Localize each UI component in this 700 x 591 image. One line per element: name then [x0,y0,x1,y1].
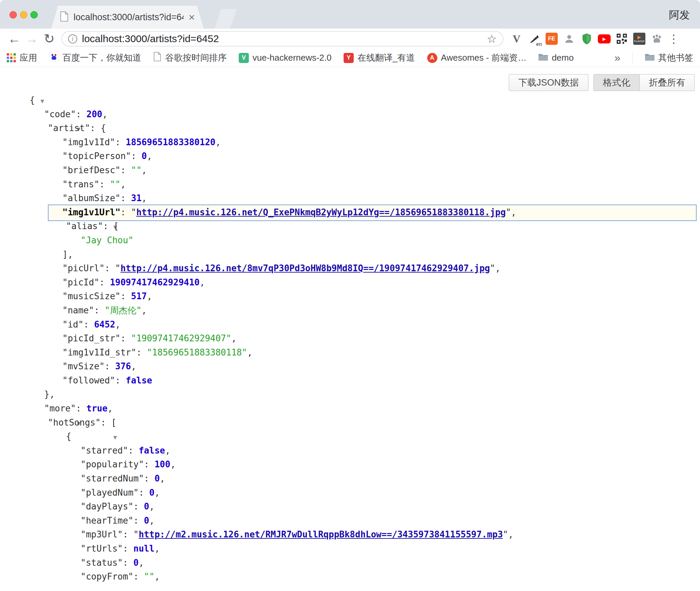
close-window-button[interactable] [9,11,17,19]
format-button[interactable]: 格式化 [593,74,640,91]
download-json-button[interactable]: 下载JSON数据 [509,74,588,91]
json-line: "mp3Url": "http://m2.music.126.net/RMJR7… [0,528,700,542]
json-token: "popularity" [81,459,144,469]
json-token: : [120,333,131,343]
json-token: , [142,193,147,203]
json-token: : [134,501,144,511]
json-line: "picUrl": "http://p4.music.126.net/8mv7q… [0,261,700,276]
json-token: "" [110,179,120,189]
json-token: false [139,445,165,456]
fe-extension-icon[interactable]: FE [545,32,558,45]
collapse-all-button[interactable]: 折叠所有 [640,74,695,91]
tab-close-icon[interactable]: × [188,12,195,23]
bookmark-google-sort[interactable]: 谷歌按时间排序 [153,52,227,64]
json-token: "" [144,571,154,582]
json-line: ▼{ [0,430,700,444]
json-line: ▼"hotSongs": [ [0,416,700,430]
json-token: "copyFrom" [81,571,134,582]
json-token: : [120,291,131,301]
json-token: "mvSize" [62,361,105,371]
json-token: : [131,151,142,161]
youtube-extension-icon[interactable]: ▶ [598,32,611,45]
json-token: "18569651883380118" [147,347,247,357]
json-token: 31 [131,193,142,203]
forward-icon[interactable]: → [23,32,40,45]
bookmark-youdao[interactable]: Y 在线翻译_有道 [344,52,415,64]
player-extension-icon[interactable]: ▶ PLAYER [633,32,646,45]
browser-tab[interactable]: localhost:3000/artists?id=645 × [51,6,204,29]
bookmark-baidu[interactable]: 百度一下，你就知道 [49,52,141,64]
minimize-window-button[interactable] [20,11,27,19]
json-token: "Jay Chou" [81,235,134,245]
json-line: "status": 0, [0,556,700,570]
json-link[interactable]: http://p4.music.126.net/Q_ExePNkmqB2yWyL… [136,207,506,217]
json-token: : [123,529,133,539]
json-token: , [160,473,165,484]
json-token: : [94,305,105,315]
json-token: false [126,375,152,385]
json-line: "popularity": 100, [0,458,700,472]
tab-title: localhost:3000/artists?id=645 [74,12,184,23]
json-token: "hotSongs" [48,417,101,428]
address-bar[interactable]: i localhost:3000/artists?id=6452 ☆ [61,31,503,46]
json-token: "dayPlays" [81,501,134,511]
json-viewer-actions: 下载JSON数据 格式化 折叠所有 [509,74,695,91]
bookmark-awesomes[interactable]: A Awesomes - 前端资… [427,52,527,64]
qrcode-extension-icon[interactable] [615,32,628,45]
reload-icon[interactable]: ↻ [40,32,58,45]
zoom-window-button[interactable] [30,11,38,19]
json-token: "albumSize" [62,193,120,203]
url-text[interactable]: localhost:3000/artists?id=6452 [82,33,482,44]
json-token: : [99,179,110,189]
json-token: " [134,529,139,539]
json-token: : [120,165,131,175]
profile-extension-icon[interactable] [563,32,576,45]
shield-extension-icon[interactable] [580,32,593,45]
json-token: , [154,488,160,498]
json-token: "rtUrls" [81,543,123,554]
bookmark-vue-hackernews[interactable]: V vue-hackernews-2.0 [239,53,331,63]
site-info-icon[interactable]: i [68,34,77,43]
json-line: "id": 6452, [0,318,700,332]
back-icon[interactable]: ← [5,32,23,45]
json-token: , [102,109,108,119]
json-token: 19097417462929410 [110,277,200,287]
collapse-toggle-icon[interactable]: ▼ [40,97,44,104]
json-token: }, [44,389,55,399]
json-token: : [123,558,133,568]
json-line: ▼{ [0,93,700,107]
new-tab-button[interactable] [214,9,237,29]
json-token: 517 [131,291,147,301]
json-token: , [154,571,160,582]
awesomes-icon: A [427,53,437,63]
json-line: "mvSize": 376, [0,360,700,374]
json-token: ", [503,529,513,539]
profile-name[interactable]: 阿发 [669,8,690,22]
json-link[interactable]: http://p4.music.126.net/8mv7qP30Pd3oHW8b… [120,263,490,273]
json-token: : [144,459,154,469]
json-token: : [139,488,149,498]
json-token: , [142,165,147,175]
json-token: , [142,305,147,315]
browser-menu-icon[interactable]: ⋮ [668,33,679,44]
json-token: "playedNum" [81,488,139,498]
json-token: " [115,263,121,273]
json-token: "id" [62,319,84,330]
json-link[interactable]: http://m2.music.126.net/RMJR7wDullRqppBk… [139,529,503,539]
json-token: , [131,361,137,371]
v-extension-icon[interactable]: V [510,32,523,45]
json-token: "briefDesc" [62,165,120,175]
paw-extension-icon[interactable] [650,32,663,45]
json-token: : [ [100,417,116,428]
translate-extension-icon[interactable]: en [528,32,541,45]
bookmark-apps[interactable]: 应用 [7,52,37,64]
json-token: "img1v1Id" [62,137,115,147]
json-token: 0 [149,488,155,498]
json-token: : [136,347,147,357]
bookmark-demo[interactable]: demo [538,53,574,63]
other-bookmarks[interactable]: 其他书签 [645,52,693,64]
collapse-toggle-icon[interactable]: ▼ [113,434,117,441]
vue-icon: V [239,53,249,63]
bookmarks-overflow-chevron[interactable]: » [614,52,620,64]
bookmark-star-icon[interactable]: ☆ [487,33,497,44]
